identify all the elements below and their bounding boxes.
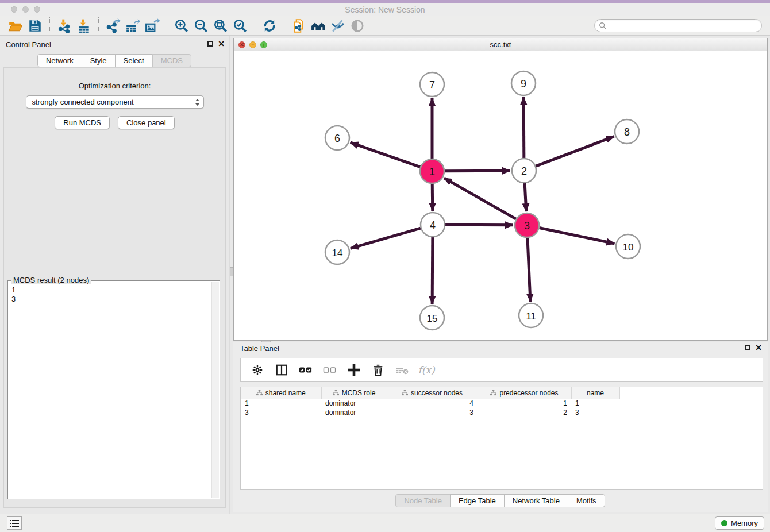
mcds-panel: Optimization criterion: strongly connect… <box>3 67 226 508</box>
deselect-all-columns-icon[interactable] <box>322 363 337 377</box>
graph-node-label-1: 1 <box>429 166 435 178</box>
graph-edge-4-15[interactable] <box>432 237 433 304</box>
table-row[interactable]: 1dominator411 <box>241 399 627 408</box>
column-type-icon <box>402 390 408 396</box>
column-header-MCDS-role[interactable]: MCDS role <box>321 387 387 399</box>
refresh-view-icon[interactable] <box>260 17 279 34</box>
control-panel: Control Panel ✕ NetworkStyleSelectMCDS O… <box>0 36 229 514</box>
graph-edge-2-8[interactable] <box>536 137 614 167</box>
table-cell[interactable]: 2 <box>478 408 571 417</box>
zoom-in-icon[interactable] <box>172 17 191 34</box>
create-column-icon[interactable] <box>346 363 361 377</box>
tab-node-table[interactable]: Node Table <box>395 494 451 507</box>
mcds-result-box: MCDS result (2 nodes) 1 3 <box>7 280 220 499</box>
column-type-icon <box>333 390 339 396</box>
close-table-panel-icon[interactable]: ✕ <box>755 344 762 351</box>
table-cell[interactable]: 4 <box>387 399 478 408</box>
column-type-icon <box>256 390 263 396</box>
select-all-columns-icon[interactable] <box>298 363 313 377</box>
tab-network-table[interactable]: Network Table <box>504 494 568 507</box>
table-panel: Table Panel ✕ <box>233 342 768 512</box>
application-window: Session: New Session <box>0 0 770 532</box>
export-network-icon[interactable] <box>103 17 123 34</box>
tab-motifs[interactable]: Motifs <box>568 494 605 507</box>
graph-edge-1-6[interactable] <box>351 142 421 167</box>
network-graph[interactable]: 7968124314101511 <box>234 51 767 340</box>
home-layout-icon[interactable] <box>309 17 328 34</box>
column-header-predecessor-nodes[interactable]: predecessor nodes <box>478 387 571 399</box>
tab-style[interactable]: Style <box>82 54 116 67</box>
graph-node-label-10: 10 <box>623 242 634 253</box>
close-panel-button[interactable]: Close panel <box>118 116 175 129</box>
float-panel-icon[interactable] <box>207 41 213 47</box>
zoom-selected-icon[interactable] <box>230 17 250 34</box>
search-input[interactable] <box>607 21 761 31</box>
graph-edge-2-9[interactable] <box>523 97 524 158</box>
table-cell[interactable]: 3 <box>241 408 321 417</box>
graph-node-label-8: 8 <box>624 126 630 138</box>
close-panel-icon[interactable]: ✕ <box>218 40 225 47</box>
graph-edge-4-14[interactable] <box>351 228 421 248</box>
table-cell[interactable]: 1 <box>571 399 619 408</box>
hide-panel-icon[interactable] <box>328 17 348 34</box>
table-row[interactable]: 3dominator323 <box>241 408 627 417</box>
chevron-up-down-icon <box>195 98 200 107</box>
graph-edge-3-10[interactable] <box>540 228 615 244</box>
graph-edge-2-3[interactable] <box>525 183 526 211</box>
task-history-button[interactable] <box>7 516 22 530</box>
graph-node-label-11: 11 <box>526 311 536 322</box>
graph-node-label-2: 2 <box>521 165 527 177</box>
tab-select[interactable]: Select <box>115 54 153 67</box>
search-field[interactable] <box>594 19 762 32</box>
graph-node-label-15: 15 <box>427 313 438 324</box>
graph-edge-1-2[interactable] <box>445 171 510 171</box>
graph-edge-4-3[interactable] <box>445 225 513 225</box>
export-image-icon[interactable] <box>143 17 162 34</box>
duplicate-network-icon[interactable] <box>289 17 309 34</box>
open-session-icon[interactable] <box>6 17 25 34</box>
mcds-result-title: MCDS result (2 nodes) <box>11 276 91 284</box>
table-cell[interactable]: dominator <box>321 408 387 417</box>
table-cell[interactable]: 3 <box>571 408 619 417</box>
column-header-shared-name[interactable]: shared name <box>241 387 321 399</box>
node-table[interactable]: shared nameMCDS rolesuccessor nodesprede… <box>240 387 763 490</box>
table-cell[interactable]: dominator <box>321 399 387 408</box>
result-scrollbar[interactable] <box>211 282 219 498</box>
graph-edge-1-4[interactable] <box>432 184 433 211</box>
memory-status-icon <box>721 520 727 526</box>
table-cell-spacer <box>619 399 627 408</box>
criterion-dropdown[interactable]: strongly connected component <box>26 95 204 109</box>
memory-button[interactable]: Memory <box>715 516 764 530</box>
show-columns-icon[interactable] <box>274 363 289 377</box>
table-settings-icon[interactable] <box>250 363 265 377</box>
delete-columns-icon[interactable] <box>371 363 386 377</box>
run-mcds-button[interactable]: Run MCDS <box>55 116 110 129</box>
table-cell[interactable]: 1 <box>241 399 321 408</box>
import-network-icon[interactable] <box>55 17 74 34</box>
toolbar-separator <box>255 17 255 34</box>
control-panel-title: Control Panel <box>6 40 51 49</box>
graph-edge-3-11[interactable] <box>528 238 530 302</box>
vertical-splitter[interactable] <box>229 36 233 514</box>
zoom-out-icon[interactable] <box>191 17 211 34</box>
graph-edge-3-1[interactable] <box>444 178 516 219</box>
network-canvas[interactable]: 7968124314101511 <box>234 51 767 340</box>
export-table-icon[interactable] <box>123 17 143 34</box>
import-table-icon[interactable] <box>74 17 94 34</box>
tab-mcds[interactable]: MCDS <box>152 54 191 67</box>
table-cell[interactable]: 1 <box>478 399 571 408</box>
float-table-panel-icon[interactable] <box>745 345 750 350</box>
window-title: Session: New Session <box>0 5 770 14</box>
column-header-name[interactable]: name <box>571 387 619 399</box>
toolbar-separator <box>49 17 50 34</box>
zoom-fit-icon[interactable] <box>211 17 230 34</box>
mcds-result-text[interactable]: 1 3 <box>11 286 209 496</box>
save-session-icon[interactable] <box>25 17 45 34</box>
column-header-successor-nodes[interactable]: successor nodes <box>387 387 478 399</box>
table-cell[interactable]: 3 <box>387 408 478 417</box>
graph-node-label-9: 9 <box>521 78 526 90</box>
control-panel-tabs: NetworkStyleSelectMCDS <box>0 54 229 67</box>
network-window-titlebar[interactable]: ✕ − ＋ scc.txt <box>234 38 767 51</box>
tab-network[interactable]: Network <box>37 54 82 67</box>
tab-edge-table[interactable]: Edge Table <box>450 494 505 507</box>
